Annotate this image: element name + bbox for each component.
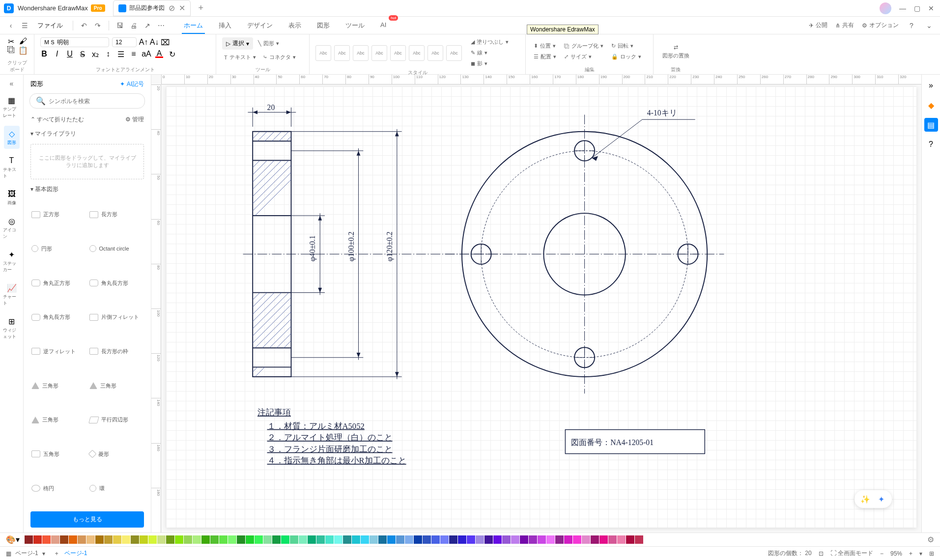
text-tool[interactable]: T テキスト ▾ [222, 53, 258, 62]
color-swatch[interactable] [219, 535, 228, 544]
more-button[interactable]: もっと見る [30, 511, 144, 528]
copy-icon[interactable]: ⿻ [7, 46, 15, 54]
close-button[interactable]: ✕ [928, 4, 934, 12]
collapse-all[interactable]: ⌃ すべて折りたたむ [30, 115, 84, 124]
shape-item[interactable]: 三角形 [88, 369, 144, 402]
manage-button[interactable]: ⚙ 管理 [125, 115, 144, 124]
color-swatch[interactable] [599, 535, 608, 544]
color-swatch[interactable] [60, 535, 68, 544]
color-swatch[interactable] [201, 535, 210, 544]
search-box[interactable]: 🔍 [29, 93, 145, 109]
connector-tool[interactable]: ⤷ コネクタ ▾ [261, 53, 298, 62]
menu-icon[interactable]: ☰ [20, 21, 29, 30]
color-swatch[interactable] [237, 535, 245, 544]
color-swatch[interactable] [78, 535, 86, 544]
help-icon[interactable]: ? [907, 21, 916, 30]
tab-home[interactable]: ホーム [182, 17, 205, 34]
close-icon[interactable]: ✕ [179, 3, 185, 13]
section-basic[interactable]: ▾ 基本図形 [24, 182, 151, 196]
shape-item[interactable]: 正方形 [30, 198, 86, 231]
maximize-button[interactable]: ▢ [914, 4, 920, 12]
color-swatch[interactable] [387, 535, 396, 544]
redo-icon[interactable]: ↷ [93, 21, 103, 30]
color-swatch[interactable] [325, 535, 334, 544]
avatar[interactable] [880, 2, 891, 14]
shape-item[interactable]: 片側フィレット [88, 301, 144, 334]
color-swatch[interactable] [184, 535, 192, 544]
section-mylib[interactable]: ▾ マイライブラリ [24, 127, 151, 141]
color-swatch[interactable] [573, 535, 581, 544]
color-swatch[interactable] [157, 535, 166, 544]
page-dropdown-icon[interactable]: ▾ [42, 550, 45, 557]
rail-image[interactable]: 🖼画像 [4, 186, 20, 209]
case-icon[interactable]: aA [142, 50, 150, 58]
clear-format-icon[interactable]: ⌧ [161, 38, 169, 46]
color-swatch[interactable] [299, 535, 307, 544]
shape-item[interactable]: 三角形 [30, 404, 86, 436]
color-swatch[interactable] [484, 535, 493, 544]
tab-shape[interactable]: 図形 [315, 17, 332, 34]
style-6[interactable]: Abc [409, 45, 425, 61]
add-page-icon[interactable]: + [49, 550, 64, 557]
rail-text[interactable]: Tテキスト [0, 153, 23, 182]
fit-icon[interactable]: ⊡ [819, 550, 824, 557]
shape-item[interactable]: 五角形 [30, 438, 86, 471]
color-swatch[interactable] [378, 535, 387, 544]
lock-button[interactable]: 🔒 ロック ▾ [609, 52, 643, 61]
color-swatch[interactable] [608, 535, 617, 544]
save-icon[interactable]: 🖫 [115, 21, 125, 30]
tab-tool[interactable]: ツール [343, 17, 367, 34]
shape-item[interactable]: 角丸長方形 [88, 267, 144, 299]
zoom-dropdown-icon[interactable]: ▾ [919, 550, 922, 557]
select-tool[interactable]: ▷ 選択 ▾ [222, 37, 253, 50]
grid-icon[interactable]: ▦ [6, 550, 11, 557]
color-swatch[interactable] [520, 535, 528, 544]
color-swatch[interactable] [529, 535, 537, 544]
file-menu[interactable]: ファイル [33, 21, 67, 30]
shape-item[interactable]: 菱形 [88, 438, 144, 471]
tab-design[interactable]: デザイン [245, 17, 275, 34]
color-swatch[interactable] [449, 535, 457, 544]
tab-ai[interactable]: AI hot [378, 17, 388, 34]
shape-item[interactable]: Octant circle [88, 233, 144, 265]
color-swatch[interactable] [431, 535, 440, 544]
color-swatch[interactable] [546, 535, 555, 544]
rotate-button[interactable]: ↻ 回転 ▾ [609, 41, 643, 51]
color-swatch[interactable] [69, 535, 77, 544]
shape-item[interactable]: 角丸正方形 [30, 267, 86, 299]
format-painter-icon[interactable]: 🖌 [19, 37, 27, 45]
zoom-out-icon[interactable]: − [880, 550, 883, 557]
shape-item[interactable]: 楕円 [30, 472, 86, 504]
color-swatch[interactable] [370, 535, 378, 544]
grow-font-icon[interactable]: A↑ [140, 38, 147, 46]
color-swatch[interactable] [476, 535, 484, 544]
color-swatch[interactable] [511, 535, 519, 544]
bold-icon[interactable]: B [40, 50, 48, 58]
color-swatch[interactable] [635, 535, 643, 544]
paste-icon[interactable]: 📋 [19, 46, 27, 54]
color-swatch[interactable] [352, 535, 360, 544]
fill-panel-icon[interactable]: ◆ [924, 98, 938, 112]
style-7[interactable]: Abc [427, 45, 443, 61]
italic-icon[interactable]: I [53, 50, 61, 58]
color-swatch[interactable] [246, 535, 254, 544]
color-swatch[interactable] [591, 535, 599, 544]
ai-symbol-button[interactable]: ✦ AI記号 [120, 80, 144, 88]
shape-item[interactable]: 平行四辺形 [88, 404, 144, 436]
color-swatch[interactable] [458, 535, 466, 544]
color-swatch[interactable] [210, 535, 219, 544]
strike-icon[interactable]: S̶ [79, 50, 86, 58]
style-4[interactable]: Abc [371, 45, 387, 61]
shadow-button[interactable]: ◼ 影 ▾ [469, 59, 511, 68]
page-panel-icon[interactable]: ▤ [924, 118, 938, 132]
color-swatch[interactable] [423, 535, 431, 544]
style-2[interactable]: Abc [334, 45, 350, 61]
fontcolor-icon[interactable]: A [155, 50, 163, 58]
canvas[interactable]: 20 [166, 86, 916, 528]
color-swatch[interactable] [25, 535, 33, 544]
rail-shapes[interactable]: ◇図形 [4, 126, 20, 149]
color-swatch[interactable] [290, 535, 298, 544]
shape-item[interactable]: 三角形 [30, 369, 86, 402]
color-swatch[interactable] [555, 535, 564, 544]
more-icon[interactable]: ⋯ [156, 21, 166, 30]
